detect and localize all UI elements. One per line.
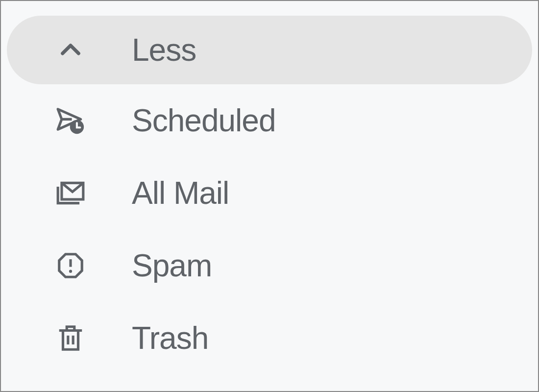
trash-label: Trash: [132, 320, 208, 356]
sidebar-item-trash[interactable]: Trash: [7, 302, 532, 374]
collapse-label: Less: [132, 32, 196, 68]
all-mail-icon: [53, 176, 88, 210]
all-mail-label: All Mail: [132, 175, 229, 211]
spam-icon: [53, 248, 88, 283]
svg-point-4: [69, 270, 72, 273]
trash-icon: [53, 321, 88, 355]
sidebar-item-all-mail[interactable]: All Mail: [7, 157, 532, 229]
spam-label: Spam: [132, 247, 212, 284]
collapse-less-button[interactable]: Less: [7, 16, 532, 84]
sidebar-item-scheduled[interactable]: Scheduled: [7, 84, 532, 157]
mail-sidebar-nav: Less Scheduled All Mail: [7, 16, 532, 374]
chevron-up-icon: [53, 33, 88, 67]
sidebar-item-spam[interactable]: Spam: [7, 229, 532, 302]
scheduled-send-icon: [53, 103, 88, 138]
scheduled-label: Scheduled: [132, 102, 275, 139]
